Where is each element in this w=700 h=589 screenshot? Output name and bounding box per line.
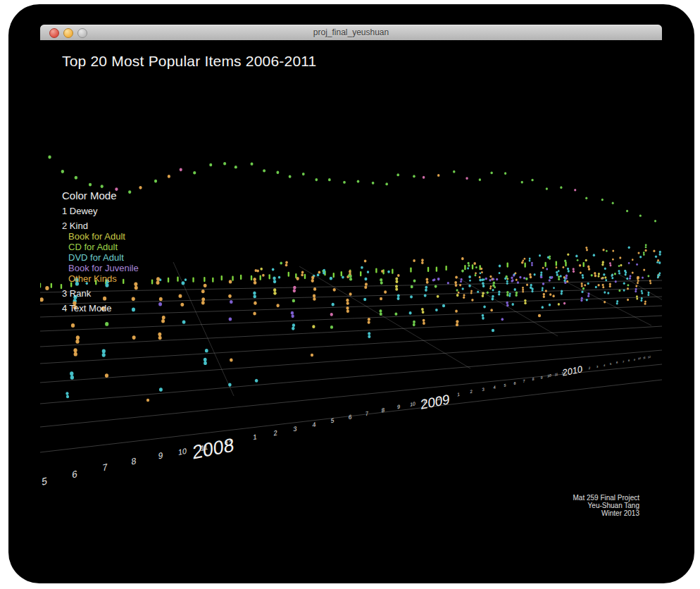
- axis-month-label: 5: [42, 475, 47, 488]
- axis-month-label: 8: [628, 359, 630, 363]
- axis-month-label: 8: [132, 456, 137, 467]
- axis-month-label: 7: [523, 379, 525, 384]
- color-mode-legend: Color Mode 1 Dewey 2 Kind Book for Adult…: [62, 190, 139, 314]
- axis-month-label: 1: [253, 433, 257, 441]
- legend-kind-other: Other Kinds: [68, 273, 139, 284]
- credits: Mat 259 Final Project Yeu-Shuan Tang Win…: [573, 494, 640, 517]
- axis-month-label: 6: [513, 381, 515, 386]
- window-title: proj_final_yeushuan: [40, 27, 662, 37]
- legend-mode-text[interactable]: 4 Text Mode: [62, 303, 139, 314]
- legend-kind-dvd-adult: DVD for Adult: [68, 252, 139, 263]
- axis-month-label: 1: [581, 368, 583, 372]
- axis-month-label: 7: [102, 461, 107, 473]
- axis-year-label: 2008: [192, 433, 234, 464]
- axis-month-label: 10: [410, 401, 415, 408]
- legend-mode-kind[interactable]: 2 Kind: [62, 221, 139, 231]
- visualization-canvas[interactable]: 5678910111220081234567891011122009123456…: [40, 40, 662, 533]
- axis-year-label: 2010: [563, 364, 583, 378]
- axis-month-label: 6: [72, 469, 77, 480]
- axis-month-label: 9: [634, 359, 635, 362]
- axis-month-label: 10: [547, 373, 551, 378]
- time-axis-labels: 5678910111220081234567891011122009123456…: [42, 356, 651, 488]
- axis-month-label: 10: [178, 446, 187, 457]
- axis-month-label: 11: [643, 356, 646, 360]
- axis-month-label: 8: [382, 407, 385, 414]
- axis-month-label: 4: [493, 384, 496, 390]
- axis-month-label: 3: [482, 386, 485, 392]
- axis-month-label: 7: [365, 410, 369, 417]
- legend-kind-book-adult: Book for Adult: [68, 231, 139, 242]
- axis-year-label: 2009: [420, 392, 450, 412]
- legend-kind-cd-adult: CD for Adult: [68, 242, 139, 252]
- axis-month-label: 6: [349, 413, 352, 421]
- legend-title: Color Mode: [62, 190, 139, 202]
- legend-mode-dewey[interactable]: 1 Dewey: [62, 206, 139, 216]
- axis-month-label: 4: [604, 364, 606, 368]
- axis-month-label: 5: [610, 362, 612, 366]
- credit-line: Mat 259 Final Project: [573, 494, 640, 502]
- axis-month-label: 5: [331, 416, 335, 424]
- legend-kind-book-juvenile: Book for Juvenile: [68, 263, 139, 273]
- axis-month-label: 12: [648, 356, 651, 359]
- credit-line: Yeu-Shuan Tang: [573, 502, 640, 509]
- page-title: Top 20 Most Popular Items 2006-2011: [62, 53, 317, 70]
- axis-month-label: 2: [273, 428, 277, 437]
- axis-month-label: 8: [532, 377, 535, 382]
- axis-month-label: 2: [470, 388, 473, 394]
- legend-mode-rank[interactable]: 3 Rank: [62, 288, 139, 299]
- axis-month-label: 5: [504, 383, 506, 388]
- axis-month-label: 7: [623, 360, 625, 364]
- axis-month-label: 4: [313, 421, 316, 428]
- axis-month-label: 9: [158, 450, 163, 461]
- credit-line: Winter 2013: [573, 509, 640, 517]
- axis-month-label: 6: [616, 361, 618, 365]
- title-bar[interactable]: proj_final_yeushuan: [40, 25, 662, 41]
- axis-month-label: 9: [397, 403, 400, 410]
- axis-month-label: 9: [541, 376, 543, 380]
- axis-month-label: 2: [589, 366, 591, 371]
- axis-month-label: 10: [638, 357, 641, 361]
- axis-month-label: 3: [596, 365, 599, 369]
- axis-month-label: 1: [457, 391, 460, 397]
- axis-month-label: 3: [294, 425, 297, 433]
- axis-month-label: 11: [555, 372, 558, 376]
